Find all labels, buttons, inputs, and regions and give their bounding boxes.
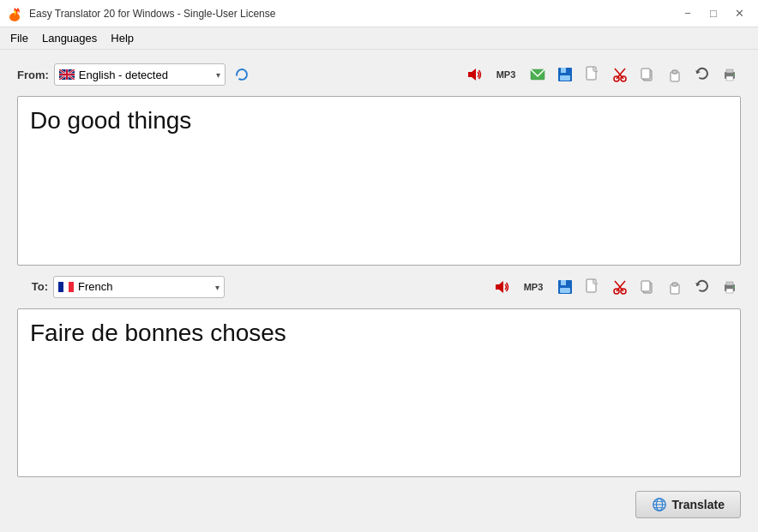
to-text-area[interactable]: Faire de bonnes choses xyxy=(17,308,741,478)
svg-marker-2 xyxy=(468,69,476,81)
menu-help[interactable]: Help xyxy=(104,29,141,47)
svg-rect-44 xyxy=(726,289,733,293)
app-icon xyxy=(7,6,22,21)
undo-button-from[interactable] xyxy=(691,63,713,86)
speaker-icon-from xyxy=(466,66,483,83)
svg-line-36 xyxy=(615,281,620,287)
new-doc-button-from[interactable] xyxy=(581,63,604,86)
copy-button-to[interactable] xyxy=(636,276,659,298)
mp3-label-to: MP3 xyxy=(524,282,544,292)
cut-button-from[interactable] xyxy=(609,63,631,86)
speaker-icon-to xyxy=(493,278,510,296)
from-language-wrapper: English - detected English French Spanis… xyxy=(54,63,226,86)
svg-line-14 xyxy=(620,69,625,75)
new-doc-icon-from xyxy=(584,66,601,83)
undo-button-to[interactable] xyxy=(691,276,713,298)
maximize-button[interactable]: □ xyxy=(701,3,725,24)
svg-rect-43 xyxy=(726,282,733,285)
from-toolbar: From: English - detected English French … xyxy=(17,63,741,86)
mp3-button-from[interactable]: MP3 xyxy=(490,63,521,86)
save-icon-to xyxy=(556,278,574,296)
svg-rect-41 xyxy=(672,283,677,286)
copy-icon-from xyxy=(639,66,656,83)
svg-rect-28 xyxy=(561,280,566,285)
paste-icon-to xyxy=(666,278,683,296)
speaker-button-to[interactable] xyxy=(490,276,513,298)
close-button[interactable]: ✕ xyxy=(727,3,751,24)
to-language-wrapper: French English Spanish German Italian ▾ xyxy=(53,276,225,298)
from-text-content: Do good things xyxy=(30,105,728,136)
save-icon-from xyxy=(556,66,574,83)
refresh-icon xyxy=(233,66,250,83)
svg-line-13 xyxy=(615,69,620,75)
svg-marker-26 xyxy=(496,281,503,293)
cut-icon-to xyxy=(611,278,629,296)
to-language-select[interactable]: French English Spanish German Italian xyxy=(53,276,225,298)
email-icon-from xyxy=(529,66,546,83)
titlebar: Easy Translator 20 for Windows - Single-… xyxy=(0,0,758,27)
copy-icon-to xyxy=(639,278,656,296)
new-doc-button-to[interactable] xyxy=(581,276,604,298)
from-label: From: xyxy=(17,69,49,81)
minimize-button[interactable]: − xyxy=(676,3,700,24)
svg-rect-21 xyxy=(726,76,733,81)
svg-rect-20 xyxy=(726,69,733,73)
paste-icon-from xyxy=(666,66,683,83)
to-label: To: xyxy=(17,280,48,293)
main-content: From: English - detected English French … xyxy=(0,50,758,532)
translate-row: Translate xyxy=(17,487,741,518)
to-text-content: Faire de bonnes choses xyxy=(30,318,728,349)
print-button-from[interactable] xyxy=(719,63,741,86)
svg-rect-18 xyxy=(672,70,677,74)
print-icon-to xyxy=(721,278,738,296)
svg-rect-6 xyxy=(560,75,570,81)
cut-icon-from xyxy=(611,66,629,83)
menubar: File Languages Help xyxy=(0,27,758,50)
svg-line-37 xyxy=(620,281,625,287)
menu-languages[interactable]: Languages xyxy=(35,29,104,47)
menu-file[interactable]: File xyxy=(3,29,35,47)
save-button-from[interactable] xyxy=(554,63,576,86)
from-text-area[interactable]: Do good things xyxy=(17,96,741,266)
from-language-select[interactable]: English - detected English French Spanis… xyxy=(54,63,226,86)
svg-rect-5 xyxy=(561,68,566,73)
svg-rect-16 xyxy=(641,69,650,79)
svg-point-22 xyxy=(733,74,735,75)
globe-icon xyxy=(652,497,667,512)
translate-label: Translate xyxy=(672,498,725,511)
svg-point-45 xyxy=(733,286,735,288)
email-button-from[interactable] xyxy=(526,63,549,86)
undo-icon-from xyxy=(694,66,711,83)
copy-button-from[interactable] xyxy=(636,63,659,86)
print-icon-from xyxy=(721,66,738,83)
save-button-to[interactable] xyxy=(554,276,576,298)
mp3-label-from: MP3 xyxy=(496,69,516,80)
window-title: Easy Translator 20 for Windows - Single-… xyxy=(29,8,676,20)
translate-button[interactable]: Translate xyxy=(635,491,741,518)
cut-button-to[interactable] xyxy=(609,276,631,298)
paste-button-from[interactable] xyxy=(664,63,686,86)
print-button-to[interactable] xyxy=(719,276,741,298)
mp3-button-to[interactable]: MP3 xyxy=(518,276,549,298)
new-doc-icon-to xyxy=(584,278,601,296)
paste-button-to[interactable] xyxy=(664,276,686,298)
svg-rect-29 xyxy=(560,288,570,293)
refresh-button[interactable] xyxy=(231,63,253,86)
svg-rect-39 xyxy=(641,281,650,291)
undo-icon-to xyxy=(694,278,711,296)
speaker-button-from[interactable] xyxy=(463,63,485,86)
window-controls: − □ ✕ xyxy=(676,3,751,24)
to-toolbar: To: French English Spanish German Italia… xyxy=(17,276,741,298)
